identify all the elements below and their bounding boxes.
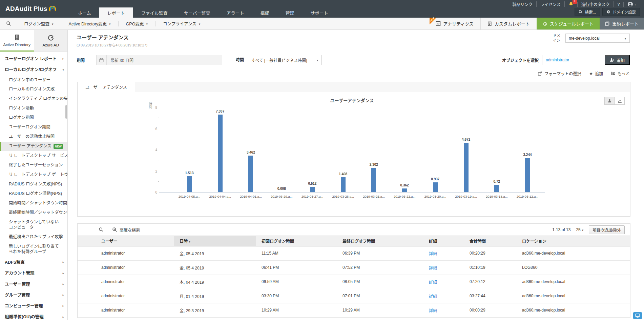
period-input[interactable]: 最新 30 日間	[96, 55, 222, 65]
feedback-icon[interactable]	[633, 312, 642, 319]
nav-tab[interactable]: アラート	[219, 7, 252, 18]
nav-tab[interactable]: ホーム	[70, 7, 99, 18]
sidebar-menu-item[interactable]: シャットダウンしていないコンピューター	[0, 218, 67, 233]
chart-bar[interactable]	[310, 187, 315, 192]
chart-bar[interactable]	[525, 158, 530, 192]
chart-bar[interactable]	[402, 188, 407, 192]
sidebar-menu-item[interactable]: ユーザー管理	[0, 279, 67, 290]
report-category-menu[interactable]: コンプライアンス	[155, 21, 208, 26]
aggregate-report-button[interactable]: 集約レポート	[600, 18, 644, 29]
add-favorite-button[interactable]: 追加	[589, 71, 603, 76]
chart-bar[interactable]	[341, 177, 346, 192]
tab-azure-ad[interactable]: Azure AD	[34, 30, 68, 52]
product-links-link[interactable]: 製品リンク	[508, 1, 537, 7]
chart-bar[interactable]	[464, 143, 469, 192]
sidebar-menu-item[interactable]: コンピューター管理	[0, 301, 67, 312]
column-header-total-time[interactable]: 合計時間	[464, 236, 517, 246]
user-view-button[interactable]	[604, 97, 615, 105]
sidebar-menu-item[interactable]: ユーザーログオン レポート	[0, 54, 67, 64]
column-header-location[interactable]: ロケーション	[517, 236, 630, 246]
sidebar-menu-item[interactable]: ログオン期間	[0, 113, 67, 123]
nav-tab-label: レポート	[107, 9, 125, 16]
hours-select[interactable]: すべて [一般社員ビジネス時間]	[248, 55, 322, 65]
sidebar-menu-item[interactable]: ADFS監査	[0, 257, 67, 268]
sidebar-menu-item[interactable]: ユーザーの活動休止時間	[0, 132, 67, 142]
add-remove-columns-button[interactable]: 項目の追加/除外	[589, 225, 625, 234]
sidebar-menu-item[interactable]: ローカルログオン/ログオフ	[0, 64, 67, 75]
sidebar-menu-item[interactable]: ログオン中のユーザー	[0, 76, 67, 85]
sidebar-menu-item[interactable]: インタラクティブ ログオンの失敗	[0, 94, 67, 104]
details-link[interactable]: 詳細	[429, 266, 437, 271]
help-button[interactable]: ?	[614, 2, 624, 7]
choose-format-button[interactable]: フォーマットの選択	[538, 71, 581, 76]
nav-tab[interactable]: 管理	[277, 7, 303, 18]
add-object-button[interactable]: 追加	[605, 55, 630, 65]
sidebar-menu-item[interactable]: 最近検出されたリプライ攻撃	[0, 233, 67, 242]
sidebar-menu-item[interactable]: グループ管理	[0, 290, 67, 301]
details-link[interactable]: 詳細	[429, 308, 437, 313]
chart-bar[interactable]	[371, 168, 376, 192]
object-input[interactable]: administrator	[542, 55, 602, 65]
sidebar-menu-item[interactable]: 最終開始時間／シャットダウン時間	[0, 208, 67, 218]
column-header-first-logon[interactable]: 初回ログオン時間	[256, 236, 337, 246]
global-search-button[interactable]: 検索...	[575, 8, 600, 16]
chart-bar[interactable]	[494, 185, 499, 193]
sidebar-menu-item[interactable]: ユーザー アテンダンス NEW	[0, 142, 67, 151]
sidebar-menu-item[interactable]: リモートデスクトップ サービス活動	[0, 151, 67, 161]
column-header-user[interactable]: ユーザー	[78, 236, 174, 246]
details-link[interactable]: 詳細	[429, 294, 437, 299]
sidebar-scrollbar[interactable]	[65, 105, 67, 119]
nav-tab[interactable]: サーバー監査	[176, 7, 219, 18]
details-link[interactable]: 詳細	[429, 280, 437, 285]
page-size-select[interactable]: 25	[576, 227, 583, 232]
more-button[interactable]: もっと	[611, 71, 630, 76]
table-search-icon[interactable]	[99, 227, 104, 232]
column-header-details[interactable]: 詳細	[423, 236, 464, 246]
report-category-menu[interactable]: GPO変更	[119, 21, 155, 26]
chart-bar[interactable]	[279, 192, 284, 192]
cell-total-time: 00:00:29	[464, 303, 517, 317]
custom-report-button[interactable]: カスタムレポート	[480, 18, 537, 29]
sidebar-menu-item[interactable]: 新しいログインに割り当てられた特殊グループ	[0, 242, 67, 257]
sidebar-menu-item[interactable]: リモートデスクトップ ゲートウェイ	[0, 170, 67, 180]
nav-tab[interactable]: レポート	[99, 7, 133, 18]
sidebar-menu-item[interactable]: 組織単位(OU)の管理	[0, 312, 67, 320]
sidebar-menu-item[interactable]: RADIUS ログオン活動(NPS)	[0, 189, 67, 199]
tab-active-directory[interactable]: Active Directory	[0, 30, 34, 52]
y-axis-minor-tick	[158, 139, 159, 139]
nav-tab[interactable]: ファイル監査	[133, 7, 176, 18]
sidebar-menu-item[interactable]: 開始時間／シャットダウン時間	[0, 199, 67, 208]
chart-bar[interactable]	[218, 115, 223, 192]
details-link[interactable]: 詳細	[429, 252, 437, 256]
chart-tab-user-attendance[interactable]: ユーザー アテンダンス	[78, 82, 135, 92]
sidebar-menu-item[interactable]: ログオン活動	[0, 104, 67, 113]
advanced-search-icon[interactable]	[112, 227, 117, 232]
chevron-icon	[60, 282, 64, 286]
running-tasks-link[interactable]: 進行中のタスク	[578, 1, 614, 7]
analytics-button[interactable]: NEW アナリティクス	[429, 18, 480, 29]
user-menu-button[interactable]	[624, 1, 640, 7]
sidebar-menu-item[interactable]: 終了したユーザーセッション	[0, 161, 67, 170]
chart-bar[interactable]	[433, 182, 438, 192]
notifications-button[interactable]: 4	[565, 2, 578, 7]
nav-tab[interactable]: サポート	[303, 7, 336, 18]
column-header-datetime[interactable]: 日時	[174, 236, 256, 246]
chart-bar[interactable]	[187, 176, 192, 192]
sidebar-menu-item[interactable]: ユーザーログオン期間	[0, 123, 67, 132]
domain-settings-button[interactable]: ドメイン設定	[602, 8, 640, 16]
chart-view-button[interactable]	[615, 97, 625, 105]
sidebar-menu-item[interactable]: アカウント管理	[0, 268, 67, 279]
nav-tab[interactable]: 構成	[252, 7, 277, 18]
nav-tab-label: サポート	[311, 9, 328, 16]
report-category-menu[interactable]: ログオン監査	[17, 21, 61, 26]
report-search-icon[interactable]	[6, 21, 11, 26]
sidebar-menu-item[interactable]: ローカルのログオン失敗	[0, 85, 67, 94]
sidebar-menu-item[interactable]: RADIUS ログオン失敗(NPS)	[0, 180, 67, 189]
advanced-search-label[interactable]: 高度な検索	[120, 227, 140, 233]
license-link[interactable]: ライセンス	[537, 1, 565, 7]
chart-bar[interactable]	[248, 156, 253, 192]
schedule-report-button[interactable]: スケジュールレポート	[537, 18, 600, 29]
report-category-menu[interactable]: Active Directory変更	[61, 21, 119, 26]
domain-select[interactable]: me-develop.local	[565, 34, 630, 43]
column-header-last-logoff[interactable]: 最終ログオフ時間	[337, 236, 423, 246]
